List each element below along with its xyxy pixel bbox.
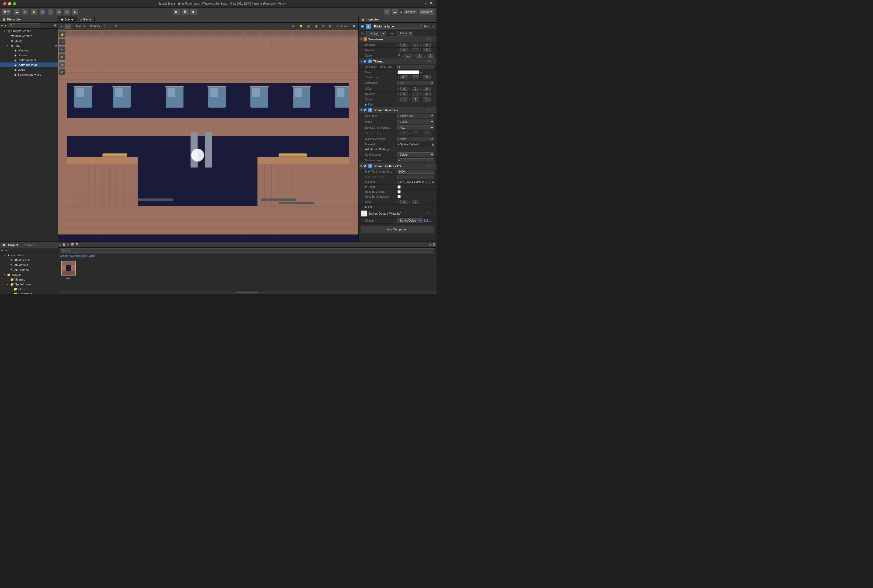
scene-global-toggle[interactable]: Global ▼ [88, 24, 103, 29]
layout-dropdown[interactable]: Layout ▼ [419, 9, 434, 15]
scene-hidden[interactable]: 👁 [321, 24, 326, 29]
layers-dropdown[interactable]: Layers [404, 9, 417, 14]
scale-x[interactable] [404, 54, 412, 58]
combined-tool-btn[interactable]: ⊡ [59, 69, 65, 75]
map-menu[interactable]: ▶ [56, 44, 58, 47]
tilemap-renderer-header[interactable]: ⊞ Tilemap Renderer ? ⚙ ⋮ [358, 107, 436, 113]
scale-y[interactable] [416, 54, 423, 58]
culling-x[interactable] [400, 131, 408, 135]
culling-y[interactable] [412, 131, 419, 135]
menu-icon[interactable]: ⋮ [432, 60, 435, 63]
sidebar-item-favorites[interactable]: ▼ ★ Favorites [0, 253, 58, 258]
scene-tool-select[interactable]: ▭ [65, 24, 71, 29]
anim-rate-input[interactable] [398, 65, 434, 69]
culling-z[interactable] [423, 131, 430, 135]
path-maps[interactable]: Maps [88, 254, 95, 257]
rotation-z[interactable] [423, 48, 430, 52]
scene-audio[interactable]: 🔊 [305, 24, 312, 29]
scene-gizmos[interactable]: ⊡ [113, 24, 119, 29]
scale-tool-btn[interactable]: ⊞ [59, 54, 65, 60]
sidebar-item-assets[interactable]: ▼ 📁 Assets [0, 272, 58, 277]
rotation-y[interactable] [412, 48, 419, 52]
sidebar-item-background-walls[interactable]: ◉ Background walls [0, 72, 58, 77]
account-button[interactable]: H ▼ [2, 9, 11, 15]
asset-lock[interactable]: 🔒 [62, 243, 66, 246]
rot2-x[interactable] [400, 92, 408, 96]
scene-gizmos-btn[interactable]: Gizmos ▼ [334, 24, 350, 29]
sidebar-item-player[interactable]: ◉ player [0, 38, 58, 43]
scene-2d-toggle[interactable]: 2D [290, 24, 297, 29]
close-button[interactable] [3, 2, 6, 5]
rotate-tool[interactable]: ↺ [48, 9, 54, 15]
asset-star[interactable]: ★ [67, 243, 69, 246]
material-menu[interactable]: ⋮ [431, 212, 434, 215]
position-x[interactable] [400, 43, 408, 47]
tilemap-collider-header[interactable]: ⊞ Tilemap Collider 2D ? ⚙ ⋮ [358, 163, 436, 169]
scene-vfx[interactable]: ✨ [313, 24, 320, 29]
tab-game[interactable]: ▷ Game [76, 16, 94, 22]
scale2-x[interactable] [400, 98, 408, 102]
anchor-y[interactable] [412, 75, 419, 80]
color-picker-icon[interactable]: ✏ [420, 70, 423, 74]
sidebar-item-windows[interactable]: ◉ Windows [0, 48, 58, 53]
inspector-menu[interactable]: ⋮ [431, 18, 434, 21]
play-button[interactable]: ▶ [172, 9, 180, 15]
layer-select[interactable]: Default [397, 31, 413, 36]
position-y[interactable] [412, 43, 419, 47]
asset-search-input[interactable] [60, 248, 434, 253]
step-button[interactable]: ⏭ [190, 9, 197, 15]
console-tab[interactable]: Console [22, 243, 34, 247]
mode-select[interactable]: Chunk [398, 120, 434, 124]
scale2-z[interactable] [423, 98, 430, 102]
collider-enabled-checkbox[interactable] [363, 164, 366, 168]
move-tool[interactable]: ✛ [40, 9, 45, 15]
cloud-build-button[interactable]: ☁ [392, 9, 398, 15]
sidebar-item-platform-small[interactable]: ◉ Platform small [0, 58, 58, 63]
hierarchy-search[interactable] [8, 23, 40, 27]
path-spritefusion[interactable]: Spritefusion [71, 254, 86, 257]
collider-material-pick[interactable]: ◉ [432, 180, 434, 184]
asset-search-icon[interactable]: 🔍 [75, 243, 79, 246]
orientation-select[interactable]: XY [398, 81, 434, 86]
asset-grid-icon[interactable]: ⊞ [429, 243, 432, 246]
hierarchy-filter[interactable]: ⊞ [54, 24, 57, 27]
sidebar-item-all-materials[interactable]: 🔍 All Materials [0, 258, 58, 262]
help-icon[interactable]: ? [426, 60, 427, 63]
project-lock[interactable]: 📁 [2, 243, 6, 247]
help-icon[interactable]: ? [426, 38, 427, 41]
minimize-button[interactable] [8, 2, 11, 5]
scene-grid[interactable]: ⊞ [327, 24, 333, 29]
settings-icon[interactable]: ⚙ [428, 164, 431, 168]
anchor-z[interactable] [423, 75, 430, 80]
settings-button[interactable]: ⚙ [22, 9, 28, 15]
extrusion-input[interactable] [398, 175, 434, 179]
sidebar-item-resources[interactable]: ▶ 📁 Resources [0, 292, 58, 294]
sidebar-item-samplescene[interactable]: ▼ 🎬 SampleScene* ⋮ [0, 28, 58, 33]
shader-select[interactable]: Sprites/Default [398, 218, 423, 223]
menu-icon[interactable]: ⋮ [432, 38, 435, 41]
scale-tool[interactable]: ⊞ [56, 9, 62, 15]
scrollbar-thumb[interactable] [236, 292, 258, 293]
material-settings[interactable]: ? [427, 212, 429, 215]
add-hierarchy-button[interactable]: + [1, 24, 3, 27]
additional-settings-header[interactable]: Additional Settings [358, 147, 436, 152]
sidebar-item-platforms-large[interactable]: ◉ Platforms large [0, 63, 58, 67]
transform-component-header[interactable]: ↕ Transform ? ⚙ ⋮ [358, 36, 436, 42]
anchor-x[interactable] [400, 75, 408, 80]
used-by-composite-checkbox[interactable] [398, 195, 400, 198]
max-tile-input[interactable] [398, 170, 434, 174]
cross-tool-btn[interactable]: ✛ [59, 39, 65, 45]
scale2-y[interactable] [412, 98, 419, 102]
hierarchy-options[interactable]: ▼ [4, 24, 7, 27]
cloud-button[interactable]: ☁ [14, 9, 20, 15]
scene-lights[interactable]: 💡 [298, 24, 304, 29]
tag-select[interactable]: Untagged [366, 31, 386, 36]
link-icon[interactable]: 🔗 [398, 54, 400, 57]
order-in-layer-input[interactable] [398, 158, 434, 162]
scene-tool-draw[interactable]: ✏ [59, 24, 64, 29]
settings-icon[interactable]: ⚙ [428, 108, 431, 112]
sidebar-item-scenes[interactable]: 📁 Scenes [0, 277, 58, 282]
coll-offset-y[interactable] [412, 200, 419, 204]
add-component-button[interactable]: Add Component [361, 226, 434, 233]
hand-tool-btn[interactable]: ✋ [59, 31, 65, 38]
